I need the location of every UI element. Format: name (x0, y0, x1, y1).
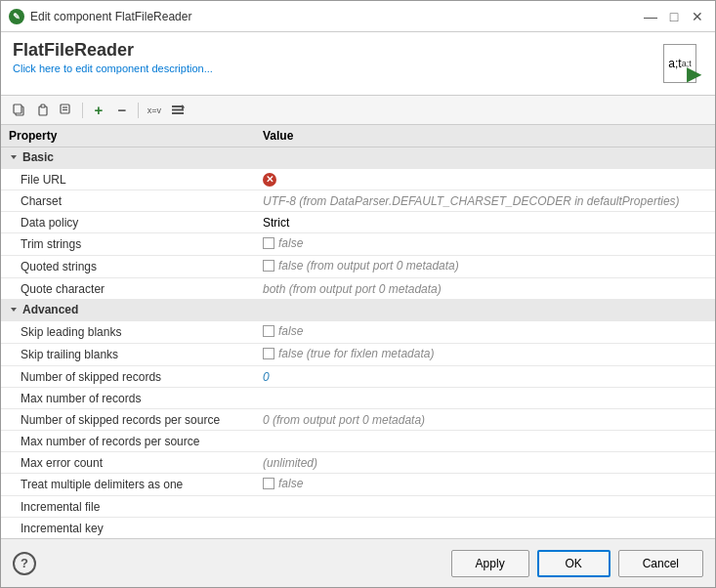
help-button[interactable]: ? (13, 552, 36, 575)
val-max-error: (unlimited) (255, 452, 715, 474)
section-basic-toggle[interactable]: Basic (9, 150, 54, 164)
col-value-header: Value (255, 125, 715, 147)
section-basic[interactable]: Basic (1, 147, 715, 169)
ok-button[interactable]: OK (537, 550, 611, 577)
val-trim-strings: false (255, 233, 715, 256)
properties-table: Property Value Basic (1, 125, 715, 538)
edit-button[interactable] (56, 100, 77, 121)
val-file-url: ✕ (255, 169, 715, 190)
table-row: Data policy Strict (1, 212, 715, 233)
val-incr-key (255, 518, 715, 539)
prop-max-per-source: Max number of records per source (1, 431, 255, 452)
val-multi-delim: false (255, 474, 715, 496)
section-advanced-toggle[interactable]: Advanced (9, 303, 78, 316)
table-row: Incremental file (1, 496, 715, 518)
val-skip-leading: false (255, 321, 715, 344)
main-window: ✎ Edit component FlatFileReader — □ ✕ Fl… (0, 0, 716, 588)
checkbox-multi-delim (263, 478, 274, 489)
val-trim-strings-text: false (263, 236, 303, 250)
toolbar-sep-2 (138, 103, 139, 118)
header-section: FlatFileReader Click here to edit compon… (1, 32, 715, 96)
table-row: Number of skipped records 0 (1, 366, 715, 388)
toolbar-sep-1 (82, 103, 83, 118)
val-skip-trailing-text: false (true for fixlen metadata) (263, 347, 434, 360)
val-skip-trailing: false (true for fixlen metadata) (255, 344, 715, 366)
icon-text: a;t (668, 57, 681, 70)
section-advanced[interactable]: Advanced (1, 300, 715, 321)
window-title: Edit component FlatFileReader (30, 10, 191, 23)
close-button[interactable]: ✕ (688, 7, 707, 26)
properties-content: Property Value Basic (1, 125, 715, 538)
chevron-down-icon (9, 152, 19, 162)
prop-skip-trailing: Skip trailing blanks (1, 344, 255, 366)
val-quote-char: both (from output port 0 metadata) (255, 278, 715, 300)
val-charset: UTF-8 (from DataParser.DEFAULT_CHARSET_D… (255, 190, 715, 212)
table-row: Incremental key (1, 518, 715, 539)
table-row: Max number of records per source (1, 431, 715, 452)
paste-button[interactable] (32, 100, 54, 121)
table-row: Quoted strings false (from output port 0… (1, 256, 715, 278)
table-row: Skip leading blanks false (1, 321, 715, 344)
col-property-header: Property (1, 125, 255, 147)
component-title: FlatFileReader (13, 40, 213, 61)
prop-quoted-strings: Quoted strings (1, 256, 255, 278)
val-num-skipped: 0 (255, 366, 715, 388)
error-icon: ✕ (263, 173, 276, 187)
table-row: Max number of records (1, 388, 715, 409)
title-controls: — □ ✕ (641, 7, 707, 26)
copy-button[interactable] (9, 100, 30, 121)
maximize-button[interactable]: □ (664, 7, 684, 26)
svg-marker-12 (11, 308, 17, 312)
table-row: Quote character both (from output port 0… (1, 278, 715, 300)
val-data-policy-text: Strict (263, 216, 289, 230)
svg-rect-9 (172, 112, 184, 114)
prop-multi-delim: Treat multiple delimiters as one (1, 474, 255, 496)
remove-button[interactable]: − (111, 100, 133, 121)
icon-arrow: ▶ (687, 62, 701, 85)
toolbar: + − x=v (1, 96, 715, 125)
svg-rect-1 (14, 105, 21, 113)
table-row: Trim strings false (1, 233, 715, 256)
val-num-skipped-text: 0 (263, 370, 270, 384)
val-max-records (255, 388, 715, 409)
prop-quote-char: Quote character (1, 278, 255, 300)
table-row: File URL ✕ (1, 169, 715, 190)
prop-skipped-per-source: Number of skipped records per source (1, 409, 255, 431)
checkbox-skip-leading (263, 325, 274, 337)
cancel-button[interactable]: Cancel (618, 550, 703, 577)
component-icon: a;t ▶ (656, 40, 703, 87)
table-row: Treat multiple delimiters as one false (1, 474, 715, 496)
prop-data-policy: Data policy (1, 212, 255, 233)
val-quote-char-text: both (from output port 0 metadata) (263, 282, 442, 296)
val-skipped-per-source: 0 (from output port 0 metadata) (255, 409, 715, 431)
app-icon: ✎ (9, 9, 24, 24)
val-incr-file (255, 496, 715, 518)
table-row: Charset UTF-8 (from DataParser.DEFAULT_C… (1, 190, 715, 212)
add-button[interactable]: + (88, 100, 109, 121)
apply-button[interactable]: Apply (451, 550, 529, 577)
variable-button[interactable]: x=v (144, 100, 165, 121)
checkbox-quoted-strings (263, 260, 274, 272)
prop-num-skipped: Number of skipped records (1, 366, 255, 388)
prop-max-error: Max error count (1, 452, 255, 474)
table-row: Number of skipped records per source 0 (… (1, 409, 715, 431)
chevron-down-icon-advanced (9, 305, 19, 315)
footer-right: Apply OK Cancel (451, 550, 703, 577)
more-button[interactable] (167, 100, 189, 121)
svg-marker-11 (11, 155, 17, 159)
prop-max-records: Max number of records (1, 388, 255, 409)
svg-rect-3 (41, 105, 45, 107)
section-basic-label: Basic (22, 150, 54, 164)
val-multi-delim-text: false (263, 477, 303, 490)
val-skipped-per-source-text: 0 (from output port 0 metadata) (263, 413, 425, 427)
component-desc[interactable]: Click here to edit component description… (13, 63, 213, 74)
prop-file-url: File URL (1, 169, 255, 190)
val-max-per-source (255, 431, 715, 452)
minimize-button[interactable]: — (641, 7, 660, 26)
val-charset-text: UTF-8 (from DataParser.DEFAULT_CHARSET_D… (263, 194, 680, 208)
prop-trim-strings: Trim strings (1, 233, 255, 256)
prop-incr-key: Incremental key (1, 518, 255, 539)
title-bar-left: ✎ Edit component FlatFileReader (9, 9, 191, 24)
prop-charset: Charset (1, 190, 255, 212)
val-quoted-strings-text: false (from output port 0 metadata) (263, 259, 459, 273)
